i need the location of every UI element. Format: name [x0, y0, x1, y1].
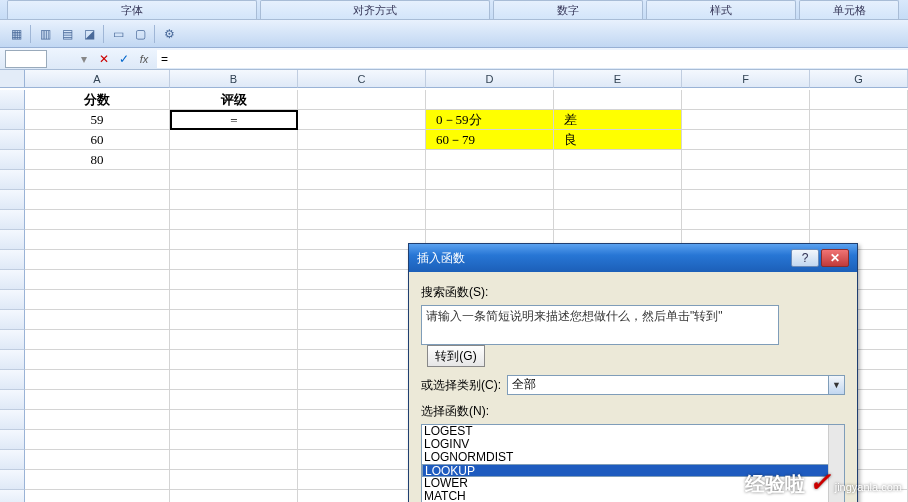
cell-empty[interactable]: [25, 370, 170, 390]
cell-E1[interactable]: [554, 90, 682, 110]
cell-C1[interactable]: [298, 90, 426, 110]
category-select[interactable]: 全部 ▼: [507, 375, 845, 395]
cell-empty[interactable]: [25, 230, 170, 250]
row-header[interactable]: [0, 310, 25, 330]
cell-empty[interactable]: [426, 210, 554, 230]
cell-empty[interactable]: [298, 190, 426, 210]
cell-D4[interactable]: [426, 150, 554, 170]
cell-empty[interactable]: [170, 330, 298, 350]
cell-empty[interactable]: [682, 190, 810, 210]
cell-empty[interactable]: [298, 270, 426, 290]
cell-empty[interactable]: [170, 450, 298, 470]
cell-empty[interactable]: [298, 210, 426, 230]
col-header-A[interactable]: A: [25, 70, 170, 88]
cell-empty[interactable]: [554, 170, 682, 190]
cell-empty[interactable]: [298, 490, 426, 502]
dropdown-icon[interactable]: ▾: [75, 51, 93, 67]
cell-A3[interactable]: 60: [25, 130, 170, 150]
cell-empty[interactable]: [170, 270, 298, 290]
select-all-corner[interactable]: [0, 70, 25, 88]
cell-empty[interactable]: [170, 350, 298, 370]
ribbon-tab-align[interactable]: 对齐方式: [260, 0, 490, 19]
cell-C3[interactable]: [298, 130, 426, 150]
cell-empty[interactable]: [298, 390, 426, 410]
cell-empty[interactable]: [810, 170, 908, 190]
row-header[interactable]: [0, 210, 25, 230]
cell-empty[interactable]: [25, 430, 170, 450]
qat-sort-icon[interactable]: ▤: [59, 26, 75, 42]
cell-empty[interactable]: [170, 290, 298, 310]
row-header[interactable]: [0, 110, 25, 130]
cell-D2[interactable]: 0－59分: [426, 110, 554, 130]
qat-filter-icon[interactable]: ◪: [81, 26, 97, 42]
cell-empty[interactable]: [810, 190, 908, 210]
cell-empty[interactable]: [25, 450, 170, 470]
cell-empty[interactable]: [25, 290, 170, 310]
cell-empty[interactable]: [810, 210, 908, 230]
qat-form-icon[interactable]: ▭: [110, 26, 126, 42]
cell-empty[interactable]: [298, 470, 426, 490]
cell-empty[interactable]: [298, 370, 426, 390]
row-header[interactable]: [0, 150, 25, 170]
cell-B4[interactable]: [170, 150, 298, 170]
cell-empty[interactable]: [426, 190, 554, 210]
row-header[interactable]: [0, 250, 25, 270]
cell-E2[interactable]: 差: [554, 110, 682, 130]
row-header[interactable]: [0, 430, 25, 450]
cell-A1[interactable]: 分数: [25, 90, 170, 110]
row-header[interactable]: [0, 370, 25, 390]
cell-B2-active[interactable]: =: [170, 110, 298, 130]
cell-empty[interactable]: [25, 190, 170, 210]
dropdown-arrow-icon[interactable]: ▼: [828, 376, 844, 394]
row-header[interactable]: [0, 350, 25, 370]
cell-empty[interactable]: [682, 210, 810, 230]
cell-G2[interactable]: [810, 110, 908, 130]
qat-chart-icon[interactable]: ▥: [37, 26, 53, 42]
row-header[interactable]: [0, 410, 25, 430]
dialog-titlebar[interactable]: 插入函数 ? ✕: [409, 244, 857, 272]
cell-empty[interactable]: [170, 190, 298, 210]
cancel-icon[interactable]: ✕: [95, 51, 113, 67]
cell-E3[interactable]: 良: [554, 130, 682, 150]
cell-empty[interactable]: [25, 330, 170, 350]
formula-input[interactable]: =: [157, 50, 908, 68]
dialog-help-button[interactable]: ?: [791, 249, 819, 267]
cell-empty[interactable]: [170, 310, 298, 330]
ribbon-tab-style[interactable]: 样式: [646, 0, 796, 19]
cell-empty[interactable]: [298, 310, 426, 330]
cell-empty[interactable]: [298, 290, 426, 310]
row-header[interactable]: [0, 190, 25, 210]
row-header[interactable]: [0, 470, 25, 490]
qat-paste-icon[interactable]: ▦: [8, 26, 24, 42]
cell-empty[interactable]: [554, 190, 682, 210]
col-header-B[interactable]: B: [170, 70, 298, 88]
row-header[interactable]: [0, 130, 25, 150]
cell-E4[interactable]: [554, 150, 682, 170]
cell-A2[interactable]: 59: [25, 110, 170, 130]
cell-empty[interactable]: [25, 210, 170, 230]
list-item[interactable]: LOGEST: [422, 425, 844, 438]
cell-empty[interactable]: [25, 390, 170, 410]
cell-empty[interactable]: [170, 470, 298, 490]
confirm-icon[interactable]: ✓: [115, 51, 133, 67]
row-header[interactable]: [0, 290, 25, 310]
cell-empty[interactable]: [25, 490, 170, 502]
row-header[interactable]: [0, 490, 25, 502]
col-header-G[interactable]: G: [810, 70, 908, 88]
ribbon-tab-cells[interactable]: 单元格: [799, 0, 899, 19]
cell-empty[interactable]: [25, 410, 170, 430]
qat-image-icon[interactable]: ▢: [132, 26, 148, 42]
cell-B1[interactable]: 评级: [170, 90, 298, 110]
row-header[interactable]: [0, 170, 25, 190]
cell-F1[interactable]: [682, 90, 810, 110]
cell-empty[interactable]: [298, 170, 426, 190]
cell-G1[interactable]: [810, 90, 908, 110]
cell-empty[interactable]: [298, 350, 426, 370]
cell-D1[interactable]: [426, 90, 554, 110]
list-item[interactable]: LOGNORMDIST: [422, 451, 844, 464]
row-header[interactable]: [0, 90, 25, 110]
cell-empty[interactable]: [25, 470, 170, 490]
cell-F4[interactable]: [682, 150, 810, 170]
cell-empty[interactable]: [298, 410, 426, 430]
col-header-D[interactable]: D: [426, 70, 554, 88]
